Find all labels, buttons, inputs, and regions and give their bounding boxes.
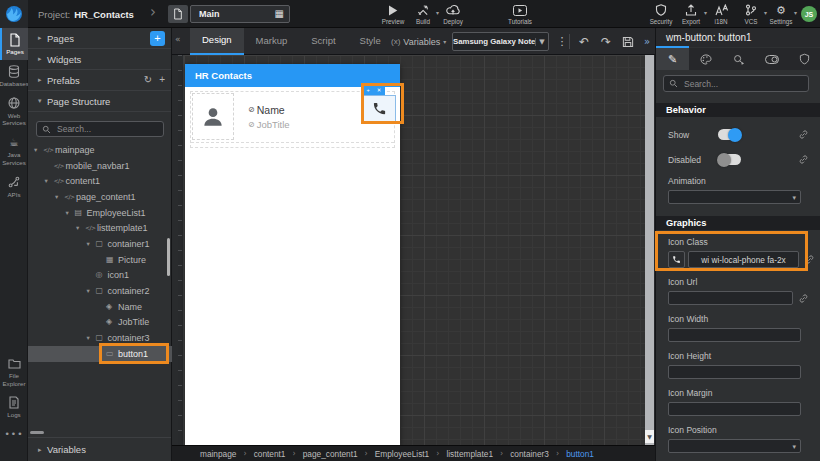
tree-item-jobtitle[interactable]: ◈JobTitle xyxy=(28,315,172,331)
bind-property-icon[interactable] xyxy=(798,154,809,165)
tree-item-name[interactable]: ◈Name xyxy=(28,299,172,315)
device-canvas[interactable]: HR Contacts ⊘ Name ⊘ JobTitle xyxy=(185,64,400,445)
tab-device[interactable] xyxy=(755,48,788,70)
tree-item-container1[interactable]: ▾▢container1 xyxy=(28,236,172,252)
device-selector[interactable]: Samsung Galaxy Note III ▼ xyxy=(452,32,549,51)
animation-select[interactable]: ▾ xyxy=(668,190,801,204)
panel-section-pages[interactable]: ▸Pages+ xyxy=(28,28,171,49)
tab-security[interactable] xyxy=(788,48,820,70)
properties-search[interactable] xyxy=(663,75,809,92)
sidebar-item-more[interactable]: ••• xyxy=(0,423,28,447)
panel-section-page-structure[interactable]: ▾Page Structure xyxy=(28,91,171,112)
tree-search[interactable] xyxy=(36,121,164,137)
sidebar-item-logs[interactable]: Logs xyxy=(0,391,28,423)
remove-widget-icon[interactable]: ✕ xyxy=(377,88,382,94)
icon-width-input[interactable] xyxy=(668,328,801,342)
sidebar-item-pages[interactable]: Pages xyxy=(0,28,28,60)
mobile-navbar[interactable]: HR Contacts xyxy=(185,64,400,87)
page-icon-button[interactable] xyxy=(168,5,188,23)
icon-height-input[interactable] xyxy=(668,365,801,379)
tab-style[interactable]: Style xyxy=(348,28,393,55)
chevron-icon[interactable]: ▾ xyxy=(87,287,96,295)
save-button[interactable] xyxy=(618,28,638,55)
chevron-icon[interactable]: ▾ xyxy=(34,146,43,154)
tab-events[interactable] xyxy=(722,48,755,70)
widget-selection-toolbar[interactable]: + ✕ xyxy=(363,86,385,95)
bind-property-icon[interactable] xyxy=(804,254,815,265)
breadcrumb-item-button1[interactable]: button1 xyxy=(566,449,594,459)
tree-item-icon1[interactable]: ◎icon1 xyxy=(28,268,172,284)
chevron-icon[interactable]: ▾ xyxy=(45,177,54,185)
build-button[interactable]: Build▾ xyxy=(408,0,438,28)
user-avatar[interactable]: JS xyxy=(801,6,817,22)
icon-position-select[interactable]: ▾ xyxy=(668,439,801,453)
tab-design[interactable]: Design xyxy=(190,28,244,55)
icon-picker-button[interactable] xyxy=(668,251,685,268)
tree-item-employeelist1[interactable]: ▾▤EmployeeList1 xyxy=(28,205,172,221)
disabled-toggle[interactable] xyxy=(718,154,741,165)
sidebar-item-databases[interactable]: Databases xyxy=(0,60,28,92)
tree-item-button1[interactable]: ▭button1 xyxy=(28,346,172,362)
tutorials-button[interactable]: Tutorials xyxy=(505,0,535,28)
tree-item-container3[interactable]: ▾▢container3 xyxy=(28,330,172,346)
tree-item-page-content1[interactable]: ▾</>page_content1 xyxy=(28,189,172,205)
tree-item-content1[interactable]: ▾</>content1 xyxy=(28,173,172,189)
tab-markup[interactable]: Markup xyxy=(244,28,300,55)
refresh-icon[interactable]: ↻ xyxy=(144,75,152,85)
tree-search-input[interactable] xyxy=(55,123,158,135)
export-button[interactable]: Export▾ xyxy=(676,0,706,28)
chevron-icon[interactable]: ▾ xyxy=(87,334,96,342)
chevron-icon[interactable]: ▾ xyxy=(87,240,96,248)
sidebar-item-file-explorer[interactable]: File Explorer xyxy=(0,352,28,392)
icon-class-input[interactable] xyxy=(688,251,799,268)
deploy-button[interactable]: Deploy xyxy=(438,0,468,28)
chevron-icon[interactable]: ▾ xyxy=(76,224,85,232)
tree-item-picture[interactable]: ▦Picture xyxy=(28,252,172,268)
breadcrumb-item-content1[interactable]: content1 xyxy=(254,449,286,459)
tree-item-container2[interactable]: ▾▢container2 xyxy=(28,283,172,299)
panel-section-widgets[interactable]: ▸Widgets xyxy=(28,49,171,70)
breadcrumb-item-listtemplate1[interactable]: listtemplate1 xyxy=(446,449,493,459)
i18n-button[interactable]: i18N xyxy=(706,0,736,28)
tree-item-mobile-navbar1[interactable]: </>mobile_navbar1 xyxy=(28,158,172,174)
collapse-panel-button[interactable]: « xyxy=(175,34,181,44)
breadcrumb-item-employeelist1[interactable]: EmployeeList1 xyxy=(375,449,429,459)
name-label-widget[interactable]: ⊘ Name xyxy=(248,104,290,116)
tree-vscrollbar[interactable] xyxy=(167,238,170,276)
panel-section-prefabs[interactable]: ▸Prefabs↻+ xyxy=(28,70,171,91)
add-page-button[interactable]: + xyxy=(150,31,165,46)
kebab-menu-button[interactable]: ⋮ xyxy=(556,28,568,55)
add-prefab-button[interactable]: + xyxy=(159,75,165,85)
canvas-scrollbar[interactable]: ▼ xyxy=(645,55,654,445)
sidebar-item-web-services[interactable]: Web Services xyxy=(0,92,28,132)
tree-item-mainpage[interactable]: ▾</>mainpage xyxy=(28,142,172,158)
tree-item-listtemplate1[interactable]: ▾</>listtemplate1 xyxy=(28,220,172,236)
show-toggle[interactable] xyxy=(718,129,741,140)
variables-dropdown[interactable]: (x) Variables ▾ xyxy=(391,28,446,55)
chevron-icon[interactable]: ▾ xyxy=(55,193,64,201)
properties-search-input[interactable] xyxy=(682,78,803,90)
variables-section[interactable]: ▸ Variables xyxy=(28,437,171,461)
icon-url-input[interactable] xyxy=(668,291,793,305)
bind-property-icon[interactable] xyxy=(798,129,809,140)
expand-panel-button[interactable]: » xyxy=(640,28,654,55)
tree-hscrollbar[interactable] xyxy=(30,431,44,434)
chevron-icon[interactable]: ▾ xyxy=(66,209,75,217)
settings-button[interactable]: ⚙Settings▾ xyxy=(766,0,796,28)
sidebar-item-apis[interactable]: APIs xyxy=(0,171,28,203)
tab-styles[interactable] xyxy=(689,48,722,70)
bind-property-icon[interactable] xyxy=(798,293,809,304)
jobtitle-label-widget[interactable]: ⊘ JobTitle xyxy=(248,119,290,130)
wavemaker-logo-icon[interactable] xyxy=(0,0,28,28)
preview-button[interactable]: Preview xyxy=(378,0,408,28)
redo-button[interactable]: ↷ xyxy=(596,28,616,55)
icon-margin-input[interactable] xyxy=(668,402,801,416)
scroll-down-icon[interactable]: ▼ xyxy=(645,430,654,443)
security-button[interactable]: Security xyxy=(646,0,676,28)
add-widget-icon[interactable]: + xyxy=(367,88,370,94)
vcs-button[interactable]: VCS▾ xyxy=(736,0,766,28)
sidebar-item-java-services[interactable]: ☕Java Services xyxy=(0,131,28,171)
phone-button-widget[interactable] xyxy=(363,95,396,122)
tab-properties[interactable]: ✎ xyxy=(656,48,689,70)
tab-script[interactable]: Script xyxy=(299,28,347,55)
